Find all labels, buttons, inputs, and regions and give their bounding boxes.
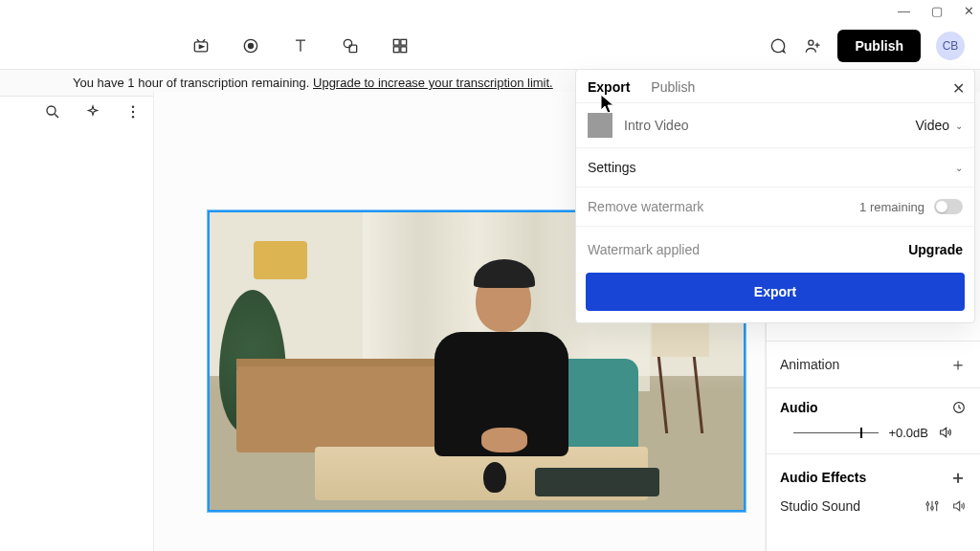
audio-db-value: +0.0dB xyxy=(888,426,928,440)
share-users-icon[interactable] xyxy=(803,36,822,55)
sliders-icon[interactable] xyxy=(924,498,940,514)
svg-point-12 xyxy=(132,111,134,113)
audio-effects-label: Audio Effects xyxy=(780,470,866,485)
close-window-button[interactable]: ✕ xyxy=(964,4,974,18)
svg-rect-8 xyxy=(401,47,407,53)
close-icon[interactable]: ✕ xyxy=(952,79,965,98)
panel-audio[interactable]: Audio +0.0dB xyxy=(767,388,980,454)
templates-icon[interactable] xyxy=(390,36,410,55)
settings-label: Settings xyxy=(588,160,636,175)
export-type-dropdown[interactable]: Video ⌄ xyxy=(915,118,963,133)
chevron-down-icon: ⌄ xyxy=(955,163,963,173)
export-type-label: Video xyxy=(915,118,949,133)
avatar[interactable]: CB xyxy=(936,32,965,60)
notice-text: You have 1 hour of transcription remaini… xyxy=(73,76,313,90)
studio-sound-row[interactable]: Studio Sound xyxy=(767,493,980,525)
audio-gain-slider[interactable] xyxy=(793,432,879,433)
record-icon[interactable] xyxy=(241,36,260,55)
svg-point-10 xyxy=(47,106,56,115)
window-controls: — ▢ ✕ xyxy=(898,4,974,18)
add-audio-effect-icon[interactable]: ＋ xyxy=(949,466,967,489)
tab-publish[interactable]: Publish xyxy=(651,79,695,95)
svg-point-17 xyxy=(935,501,938,504)
sparkle-icon[interactable] xyxy=(84,103,101,121)
publish-button[interactable]: Publish xyxy=(837,30,921,62)
svg-rect-5 xyxy=(393,39,399,45)
shapes-icon[interactable] xyxy=(341,36,360,55)
remove-watermark-label: Remove watermark xyxy=(588,199,703,214)
export-settings-row[interactable]: Settings ⌄ xyxy=(576,148,974,187)
speaker-icon[interactable] xyxy=(951,498,967,514)
upgrade-transcription-link[interactable]: Upgrade to increase your transcription l… xyxy=(313,76,553,90)
minimize-button[interactable]: — xyxy=(898,4,910,18)
watermark-applied-label: Watermark applied xyxy=(588,242,700,257)
top-toolbar: Publish CB xyxy=(0,29,980,63)
left-mini-toolbar xyxy=(44,103,142,121)
export-popover: Export Publish ✕ Intro Video Video ⌄ Set… xyxy=(575,69,975,323)
search-icon[interactable] xyxy=(44,103,61,121)
svg-point-13 xyxy=(132,116,134,118)
export-filename[interactable]: Intro Video xyxy=(624,118,688,133)
svg-rect-6 xyxy=(401,39,407,45)
svg-point-2 xyxy=(249,44,254,49)
animation-label: Animation xyxy=(780,357,839,372)
speaker-icon[interactable] xyxy=(938,425,953,440)
watermark-applied-row: Watermark applied Upgrade xyxy=(576,227,974,269)
panel-audio-effects[interactable]: Audio Effects ＋ xyxy=(767,454,980,493)
more-vertical-icon[interactable] xyxy=(124,103,142,121)
svg-point-16 xyxy=(931,507,934,510)
text-icon[interactable] xyxy=(291,36,310,55)
export-tabs: Export Publish ✕ xyxy=(576,70,974,103)
maximize-button[interactable]: ▢ xyxy=(931,4,943,18)
svg-point-11 xyxy=(132,106,134,108)
watermark-remaining: 1 remaining xyxy=(859,200,924,214)
export-button[interactable]: Export xyxy=(586,273,965,311)
file-thumbnail xyxy=(588,113,612,138)
svg-point-9 xyxy=(809,40,813,45)
watermark-toggle[interactable] xyxy=(934,199,963,214)
svg-point-3 xyxy=(344,39,351,47)
chevron-down-icon: ⌄ xyxy=(955,121,963,131)
svg-rect-7 xyxy=(393,47,399,53)
studio-sound-label: Studio Sound xyxy=(780,498,860,514)
clock-icon[interactable] xyxy=(951,400,967,415)
upgrade-link[interactable]: Upgrade xyxy=(908,242,963,257)
toolbar-right: Publish CB xyxy=(768,30,965,62)
audio-label: Audio xyxy=(780,400,818,415)
tab-export[interactable]: Export xyxy=(588,79,630,95)
comments-icon[interactable] xyxy=(768,36,788,55)
toolbar-center xyxy=(191,36,410,55)
panel-animation[interactable]: Animation ＋ xyxy=(767,342,980,388)
add-animation-icon[interactable]: ＋ xyxy=(949,353,967,376)
remove-watermark-row: Remove watermark 1 remaining xyxy=(576,187,974,227)
export-file-row: Intro Video Video ⌄ xyxy=(576,103,974,148)
media-icon[interactable] xyxy=(191,36,211,55)
svg-point-15 xyxy=(926,503,929,506)
